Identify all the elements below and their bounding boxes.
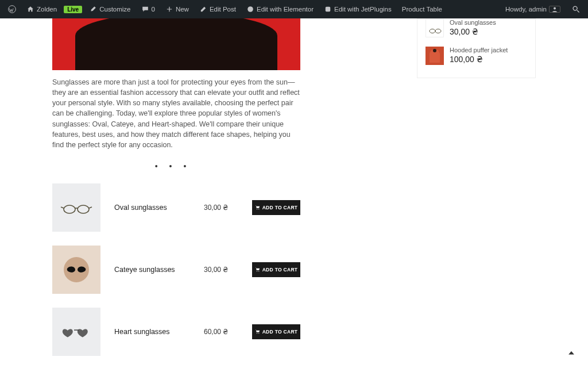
add-to-cart-label: ADD TO CART bbox=[262, 267, 298, 273]
list-item[interactable]: Hooded puffer jacket 100,00 ₴ bbox=[425, 42, 527, 70]
svg-point-6 bbox=[78, 205, 89, 213]
sidebar-item-info: Hooded puffer jacket 100,00 ₴ bbox=[450, 47, 508, 65]
hero-image bbox=[52, 18, 300, 70]
sidebar-item-title: Hooded puffer jacket bbox=[450, 47, 508, 53]
edit-post-label: Edit Post bbox=[210, 6, 236, 13]
comments-count: 0 bbox=[152, 6, 155, 13]
svg-point-12 bbox=[257, 333, 257, 334]
sidebar-thumb bbox=[425, 19, 444, 37]
add-to-cart-button[interactable]: ADD TO CART bbox=[252, 200, 300, 215]
scroll-to-top-button[interactable] bbox=[565, 347, 578, 360]
wp-logo[interactable] bbox=[5, 0, 20, 18]
new-label: New bbox=[176, 6, 189, 13]
jetplugins-icon bbox=[324, 5, 332, 13]
site-name-link[interactable]: Zolden bbox=[23, 0, 60, 18]
add-to-cart-button[interactable]: ADD TO CART bbox=[252, 262, 300, 277]
svg-point-7 bbox=[257, 209, 257, 209]
svg-point-11 bbox=[258, 271, 259, 271]
cart-icon bbox=[255, 205, 260, 210]
customize-link[interactable]: Customize bbox=[86, 0, 134, 18]
list-item[interactable]: Oval sunglasses 30,00 ₴ bbox=[425, 19, 527, 42]
svg-point-15 bbox=[435, 29, 441, 33]
cart-icon bbox=[255, 267, 260, 272]
home-icon bbox=[26, 5, 34, 13]
page: Sunglasses are more than just a tool for… bbox=[0, 18, 588, 368]
svg-point-13 bbox=[258, 333, 259, 334]
svg-rect-2 bbox=[326, 7, 330, 12]
search-toggle[interactable] bbox=[568, 0, 583, 18]
product-price: 60,00 ₴ bbox=[204, 328, 238, 336]
live-badge: Live bbox=[64, 6, 82, 13]
customize-label: Customize bbox=[99, 6, 130, 13]
content-wrap: Sunglasses are more than just a tool for… bbox=[52, 18, 536, 368]
adminbar-left: Zolden Live Customize 0 New Edit Post bbox=[5, 0, 446, 18]
svg-point-10 bbox=[257, 271, 257, 271]
product-price: 30,00 ₴ bbox=[204, 266, 238, 274]
comment-icon bbox=[141, 5, 149, 13]
sidebar-item-price: 100,00 ₴ bbox=[450, 55, 508, 64]
howdy-link[interactable]: Howdy, admin bbox=[502, 0, 564, 18]
product-name[interactable]: Oval sunglasses bbox=[114, 204, 190, 212]
product-thumb-heart[interactable] bbox=[52, 308, 100, 356]
product-table-link[interactable]: Product Table bbox=[399, 0, 446, 18]
product-thumb-oval[interactable] bbox=[52, 183, 100, 232]
intro-paragraph: Sunglasses are more than just a tool for… bbox=[52, 77, 300, 150]
sidebar-item-title: Oval sunglasses bbox=[450, 19, 496, 26]
edit-elementor-label: Edit with Elementor bbox=[257, 6, 314, 13]
product-name[interactable]: Cateye sunglasses bbox=[114, 266, 190, 274]
add-to-cart-label: ADD TO CART bbox=[262, 329, 298, 335]
table-row: Oval sunglasses 30,00 ₴ ADD TO CART bbox=[52, 183, 300, 232]
table-row: Cateye sunglasses 30,00 ₴ ADD TO CART bbox=[52, 246, 300, 294]
sidebar-item-info: Oval sunglasses 30,00 ₴ bbox=[450, 19, 496, 37]
svg-point-1 bbox=[247, 6, 253, 12]
new-link[interactable]: New bbox=[162, 0, 192, 18]
svg-point-5 bbox=[64, 205, 75, 213]
edit-post-link[interactable]: Edit Post bbox=[196, 0, 239, 18]
sidebar-item-price: 30,00 ₴ bbox=[450, 27, 496, 36]
add-to-cart-button[interactable]: ADD TO CART bbox=[252, 324, 300, 339]
wp-admin-bar: Zolden Live Customize 0 New Edit Post bbox=[0, 0, 588, 18]
svg-point-8 bbox=[258, 209, 259, 209]
elementor-icon bbox=[246, 5, 254, 13]
product-table-label: Product Table bbox=[402, 6, 442, 13]
main-column: Sunglasses are more than just a tool for… bbox=[52, 18, 405, 368]
sidebar: Oval sunglasses 30,00 ₴ Hooded puffer ja… bbox=[417, 18, 536, 368]
plus-icon bbox=[165, 5, 173, 13]
avatar-icon bbox=[549, 6, 560, 13]
table-row: Heart sunglasses 60,00 ₴ ADD TO CART bbox=[52, 308, 300, 356]
add-to-cart-label: ADD TO CART bbox=[262, 205, 298, 210]
pencil-icon bbox=[199, 5, 207, 13]
adminbar-right: Howdy, admin bbox=[502, 0, 583, 18]
edit-elementor-link[interactable]: Edit with Elementor bbox=[243, 0, 317, 18]
edit-jetplugins-label: Edit with JetPlugins bbox=[334, 6, 392, 13]
edit-jetplugins-link[interactable]: Edit with JetPlugins bbox=[320, 0, 395, 18]
cart-icon bbox=[255, 329, 260, 334]
comments-link[interactable]: 0 bbox=[138, 0, 158, 18]
product-name[interactable]: Heart sunglasses bbox=[114, 328, 190, 336]
howdy-text: Howdy, admin bbox=[505, 6, 547, 13]
search-icon bbox=[572, 5, 580, 13]
svg-point-14 bbox=[430, 29, 435, 33]
site-name-text: Zolden bbox=[37, 6, 57, 13]
divider-dots: ••• bbox=[52, 162, 300, 171]
svg-point-16 bbox=[433, 49, 436, 52]
sidebar-widget: Oval sunglasses 30,00 ₴ Hooded puffer ja… bbox=[417, 18, 536, 78]
product-price: 30,00 ₴ bbox=[204, 204, 238, 212]
brush-icon bbox=[89, 5, 97, 13]
product-thumb-cateye[interactable] bbox=[52, 246, 100, 294]
svg-point-3 bbox=[554, 7, 556, 10]
wordpress-icon bbox=[8, 5, 16, 13]
svg-point-4 bbox=[573, 6, 577, 10]
sidebar-thumb bbox=[425, 47, 444, 65]
product-list: Oval sunglasses 30,00 ₴ ADD TO CART bbox=[52, 183, 300, 356]
